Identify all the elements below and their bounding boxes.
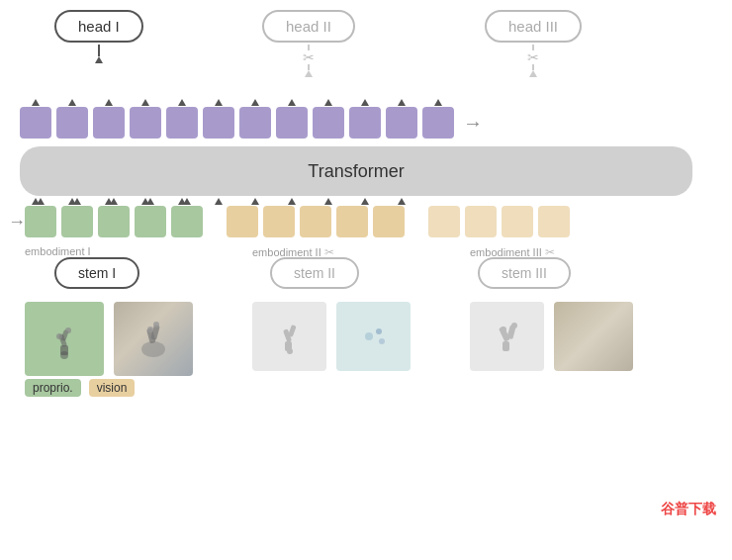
svg-point-6 (141, 341, 165, 357)
architecture-diagram: head I head II ✂ head III ✂ → (0, 0, 732, 524)
svg-point-4 (56, 333, 62, 339)
robot-arm-2-icon (270, 317, 310, 356)
svg-point-5 (65, 327, 71, 333)
purple-token-row: → (20, 107, 483, 139)
arrows-green-section (25, 198, 203, 205)
svg-rect-13 (287, 325, 296, 337)
proprio-image (25, 302, 104, 376)
embodiment3-image1 (470, 302, 544, 371)
embodiment2-image1 (252, 302, 326, 371)
svg-point-15 (365, 332, 373, 340)
robot-arm-icon (43, 318, 86, 361)
head-2: head II (262, 10, 355, 43)
input-token-row (25, 206, 570, 237)
right-arrow-icon: → (463, 112, 483, 135)
vision-caption: vision (89, 379, 136, 397)
watermark: 谷普下载 (661, 501, 716, 518)
head-3: head III (485, 10, 582, 43)
robot-arm-3-icon (488, 317, 527, 356)
svg-point-3 (60, 351, 68, 359)
svg-point-9 (147, 327, 153, 332)
head-1: head I (54, 10, 143, 43)
stem-3: stem III (478, 257, 571, 289)
stem-2: stem II (270, 257, 359, 289)
embodiment2-image2 (336, 302, 411, 371)
left-entry-arrow: → (8, 212, 26, 233)
svg-point-17 (379, 338, 385, 344)
embodiment-label-1: embodiment I (25, 245, 91, 257)
caption-row: proprio. vision (25, 379, 135, 397)
robot-vision-icon (129, 315, 178, 364)
proprio-caption: proprio. (25, 379, 81, 397)
arrows-above-purple (20, 99, 454, 106)
svg-point-21 (501, 327, 506, 332)
stem-1: stem I (54, 257, 139, 289)
scissors-icon-2: ✂ (303, 50, 315, 64)
transformer-box: Transformer (20, 146, 692, 196)
svg-point-10 (153, 322, 159, 327)
embodiment3-image2 (554, 302, 633, 371)
svg-point-14 (287, 348, 293, 354)
svg-point-16 (376, 328, 382, 334)
scissors-icon-3: ✂ (527, 50, 539, 64)
svg-point-22 (511, 323, 517, 328)
dots-icon (354, 317, 394, 356)
vision-image (114, 302, 193, 376)
svg-rect-18 (503, 341, 509, 351)
